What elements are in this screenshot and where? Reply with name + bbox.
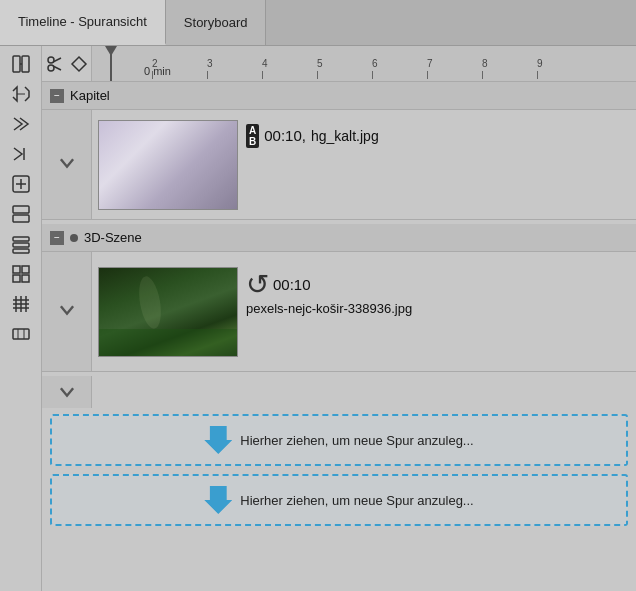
track-1-content: AB 00:10, hg_kalt.jpg <box>92 110 636 219</box>
chapter-3d-header[interactable]: − 3D-Szene <box>42 224 636 252</box>
skip-icon <box>11 114 31 134</box>
scissors-btn[interactable] <box>44 53 66 75</box>
tick-8: 8 <box>482 58 537 79</box>
clip-1-thumbnail <box>98 120 238 210</box>
tick-5: 5 <box>317 58 372 79</box>
ab-icon: AB <box>246 124 259 148</box>
compact-track-content <box>92 376 636 408</box>
svg-rect-11 <box>13 243 29 247</box>
ruler: 0 min 2 3 4 5 <box>42 46 636 82</box>
tool-6[interactable] <box>5 200 37 228</box>
drop-zone-2-text: Hierher ziehen, um neue Spur anzuleg... <box>240 493 473 508</box>
compact-track-left <box>42 376 92 408</box>
tab-storyboard[interactable]: Storyboard <box>166 0 267 45</box>
drop-zone-2-arrow <box>204 486 232 514</box>
clip-2-filename: pexels-nejc-košir-338936.jpg <box>246 301 412 316</box>
clip-1-filename: hg_kalt.jpg <box>311 128 379 144</box>
list-icon <box>11 234 31 254</box>
left-toolbar <box>0 46 42 591</box>
track-1-left <box>42 110 92 219</box>
track-2-arrow-icon <box>56 299 78 321</box>
clip-2: ↺ 00:10 pexels-nejc-košir-338936.jpg <box>98 267 630 357</box>
drop-zone-2[interactable]: Hierher ziehen, um neue Spur anzuleg... <box>50 474 628 526</box>
svg-rect-16 <box>22 275 29 282</box>
tab-timeline-label: Timeline - Spuransicht <box>18 14 147 29</box>
diamond-icon <box>70 55 88 73</box>
track-row-1: AB 00:10, hg_kalt.jpg <box>42 110 636 220</box>
tool-9[interactable] <box>5 290 37 318</box>
clip-1-info: AB 00:10, hg_kalt.jpg <box>246 120 379 152</box>
clip-1: AB 00:10, hg_kalt.jpg <box>98 120 630 210</box>
svg-rect-14 <box>22 266 29 273</box>
tool-5[interactable] <box>5 170 37 198</box>
svg-rect-8 <box>13 206 29 213</box>
chapter-3d-title: 3D-Szene <box>84 230 142 245</box>
compact-track-row <box>42 376 636 408</box>
tab-timeline[interactable]: Timeline - Spuransicht <box>0 0 166 45</box>
svg-rect-10 <box>13 237 29 241</box>
track-row-2: ↺ 00:10 pexels-nejc-košir-338936.jpg <box>42 252 636 372</box>
tick-4: 4 <box>262 58 317 79</box>
track-expand-icon <box>56 152 78 178</box>
tool-4[interactable] <box>5 140 37 168</box>
svg-rect-15 <box>13 275 20 282</box>
tool-3[interactable] <box>5 110 37 138</box>
svg-rect-12 <box>13 249 29 253</box>
tick-7: 7 <box>427 58 482 79</box>
svg-rect-1 <box>22 56 29 72</box>
track-arrow-icon <box>56 152 78 174</box>
tick-3: 3 <box>207 58 262 79</box>
tick-6: 6 <box>372 58 427 79</box>
tool-10[interactable] <box>5 320 37 348</box>
tracks-area[interactable]: − Kapitel <box>42 82 636 591</box>
track-2-left <box>42 252 92 371</box>
clip-2-info: ↺ 00:10 pexels-nejc-košir-338936.jpg <box>246 267 412 316</box>
drop-zone-1-text: Hierher ziehen, um neue Spur anzuleg... <box>240 433 473 448</box>
skip2-icon <box>11 144 31 164</box>
tool-8[interactable] <box>5 260 37 288</box>
chapter-kapitel-header[interactable]: − Kapitel <box>42 82 636 110</box>
ruler-ticks: 0 min 2 3 4 5 <box>92 46 636 81</box>
timeline-content: 0 min 2 3 4 5 <box>42 46 636 591</box>
svg-rect-9 <box>13 215 29 222</box>
clip-2-thumbnail <box>98 267 238 357</box>
grid2-icon <box>11 294 31 314</box>
collapse-btn-kapitel[interactable]: − <box>50 89 64 103</box>
tick-2: 2 <box>152 58 207 79</box>
drop-zone-1-arrow <box>204 426 232 454</box>
clip-1-duration: 00:10, <box>264 127 306 144</box>
snap-icon <box>11 54 31 74</box>
svg-rect-0 <box>13 56 20 72</box>
tab-bar: Timeline - Spuransicht Storyboard <box>0 0 636 46</box>
chapter-3dscene: − 3D-Szene <box>42 224 636 372</box>
svg-marker-30 <box>72 57 86 71</box>
svg-rect-13 <box>13 266 20 273</box>
add-track-icon <box>11 174 31 194</box>
tick-9: 9 <box>537 58 592 79</box>
snap-tool-btn[interactable] <box>5 50 37 78</box>
tool-2[interactable] <box>5 80 37 108</box>
chapter-kapitel-title: Kapitel <box>70 88 110 103</box>
arrows-icon <box>11 84 31 104</box>
tool-7[interactable] <box>5 230 37 258</box>
track-2-expand-icon <box>56 299 78 325</box>
grid-icon <box>11 264 31 284</box>
layout-icon <box>11 204 31 224</box>
tab-storyboard-label: Storyboard <box>184 15 248 30</box>
resize-icon <box>11 324 31 344</box>
collapse-btn-3d[interactable]: − <box>50 231 64 245</box>
compact-track-icon <box>56 381 78 403</box>
drop-zone-1[interactable]: Hierher ziehen, um neue Spur anzuleg... <box>50 414 628 466</box>
cold-thumbnail-bg <box>99 121 237 209</box>
scissors-icon <box>46 55 64 73</box>
forest-thumbnail-bg <box>99 268 237 356</box>
track-2-content: ↺ 00:10 pexels-nejc-košir-338936.jpg <box>92 252 636 371</box>
clip-2-duration: 00:10 <box>273 276 311 293</box>
diamond-btn[interactable] <box>68 53 90 75</box>
drop-zones: Hierher ziehen, um neue Spur anzuleg... … <box>42 408 636 532</box>
redo-icon: ↺ <box>246 271 269 299</box>
svg-rect-23 <box>13 329 29 339</box>
main-container: 0 min 2 3 4 5 <box>0 46 636 591</box>
chapter-dot <box>70 234 78 242</box>
ruler-toolbar <box>42 46 92 81</box>
